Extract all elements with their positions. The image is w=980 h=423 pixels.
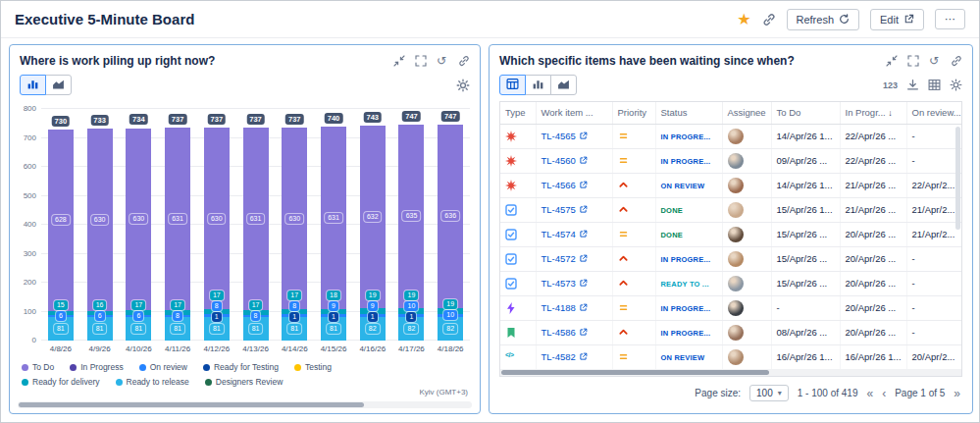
abacus-grid-icon[interactable]	[928, 79, 941, 91]
download-icon[interactable]	[906, 79, 919, 91]
refresh-button[interactable]: Refresh	[787, 9, 860, 30]
bar-group[interactable]: 8118176307374/14/26	[275, 109, 314, 341]
table-horizontal-scrollbar[interactable]	[500, 369, 961, 376]
panel-link-icon[interactable]	[458, 55, 470, 67]
bar-group[interactable]: 816166307334/9/26	[80, 109, 120, 341]
table-vertical-scrollbar[interactable]	[955, 127, 960, 230]
table-view-toggle[interactable]	[499, 75, 526, 95]
bar-group[interactable]: 816156287304/8/26	[41, 109, 80, 341]
collapse-icon[interactable]	[393, 55, 405, 67]
table-row[interactable]: TL-4188IN PROGRE...-20/Apr/26 ...-	[500, 295, 962, 320]
bar-value-label: 82	[405, 324, 419, 334]
numeric-format-toggle[interactable]: 123	[883, 80, 898, 90]
work-item-link[interactable]: TL-4188	[542, 302, 588, 313]
y-axis-tick-label: 400	[24, 220, 36, 229]
work-item-link[interactable]: TL-4575	[542, 204, 588, 215]
reset-icon[interactable]: ↺	[437, 55, 448, 67]
reset-icon[interactable]: ↺	[929, 55, 941, 67]
page-size-select[interactable]: 100 ▾	[749, 385, 789, 401]
work-item-link[interactable]: TL-4573	[542, 278, 588, 289]
area-chart-view-toggle[interactable]	[550, 75, 577, 95]
bar-value-label: 17	[287, 291, 301, 300]
bar-group[interactable]: 82110196357474/17/26	[392, 109, 432, 341]
table-row[interactable]: TL-4574DONE15/Apr/26 ...20/Apr/26 ...21/…	[500, 222, 962, 246]
x-axis-label: 4/8/26	[50, 344, 72, 353]
table-row[interactable]: </>TL-4582ON REVIEW16/Apr/26 1...16/Apr/…	[500, 344, 962, 369]
edit-button[interactable]: Edit	[870, 9, 924, 30]
column-header[interactable]: Assignee	[722, 102, 771, 124]
area-chart-toggle[interactable]	[45, 75, 72, 95]
scrollbar-thumb[interactable]	[501, 370, 769, 375]
page-title: Executive 5-Minute Board	[15, 11, 194, 27]
prev-page-button[interactable]: ‹	[882, 388, 886, 399]
legend-item[interactable]: Ready for delivery	[22, 377, 100, 387]
table-row[interactable]: TL-4565IN PROGRE...14/Apr/26 1...22/Apr/…	[500, 124, 962, 148]
table-settings-gear-icon[interactable]	[950, 79, 962, 91]
bar-group[interactable]: 8118176307374/12/26	[197, 109, 236, 341]
on-review-date-cell: -	[906, 148, 962, 173]
work-item-link[interactable]: TL-4582	[542, 351, 588, 362]
bar-chart-view-toggle[interactable]	[525, 75, 551, 95]
legend-item[interactable]: Ready to release	[116, 377, 189, 387]
more-button[interactable]: ⋯	[935, 9, 965, 29]
column-header[interactable]: To Do	[771, 102, 840, 124]
table-row[interactable]: TL-4573READY TO ...15/Apr/26 ...20/Apr/2…	[500, 271, 962, 295]
favorite-star-icon[interactable]: ★	[737, 12, 750, 27]
work-item-link[interactable]: TL-4572	[542, 253, 588, 264]
column-header[interactable]: Priority	[612, 102, 655, 124]
bar-chart-toggle[interactable]	[20, 75, 46, 95]
table-row[interactable]: TL-4575DONE15/Apr/26 1...21/Apr/26 ...21…	[500, 197, 962, 222]
table-row[interactable]: TL-4566ON REVIEW14/Apr/26 1...21/Apr/26 …	[500, 173, 962, 197]
last-page-button[interactable]: »	[954, 388, 960, 399]
column-header[interactable]: Status	[655, 102, 722, 124]
table-row[interactable]: TL-4572IN PROGRE...15/Apr/26 ...20/Apr/2…	[500, 246, 962, 271]
legend-label: Testing	[305, 362, 332, 372]
legend-row: To DoIn ProgressOn reviewReady for Testi…	[22, 362, 468, 372]
y-axis-tick-label: 500	[24, 191, 36, 200]
collapse-icon[interactable]	[886, 55, 898, 67]
legend-item[interactable]: On review	[139, 362, 187, 372]
bug-icon	[505, 180, 517, 191]
bar-group[interactable]: 818176317374/13/26	[236, 109, 276, 341]
legend-item[interactable]: To Do	[22, 362, 54, 372]
column-header[interactable]: Work item ...	[536, 102, 612, 124]
sort-desc-icon[interactable]: ↓	[886, 108, 893, 118]
legend-item[interactable]: Ready for Testing	[203, 362, 279, 372]
chart-horizontal-scrollbar[interactable]	[18, 401, 472, 408]
work-item-link[interactable]: TL-4577	[542, 376, 588, 377]
bar-group[interactable]: 8219196327434/16/26	[353, 109, 392, 341]
legend-item[interactable]: Testing	[294, 362, 332, 372]
legend-item[interactable]: Designers Review	[205, 377, 284, 387]
bar-group[interactable]: 818176317374/11/26	[158, 109, 197, 341]
x-axis-label: 4/12/26	[203, 344, 230, 353]
table-row[interactable]: TL-4560IN PROGRE...09/Apr/26 ...22/Apr/2…	[500, 148, 962, 173]
bar-group[interactable]: 8210196367474/18/26	[431, 109, 470, 341]
legend-item[interactable]: In Progress	[70, 362, 123, 372]
work-item-link[interactable]: TL-4566	[542, 180, 588, 190]
share-link-icon[interactable]	[762, 13, 776, 26]
work-item-link[interactable]: TL-4560	[542, 155, 588, 166]
fullscreen-icon[interactable]	[415, 55, 427, 67]
bar-group[interactable]: 816176307344/10/26	[119, 109, 158, 341]
bar-total-label: 743	[363, 112, 382, 123]
column-header[interactable]: Type	[500, 102, 536, 124]
chart-settings-gear-icon[interactable]	[456, 79, 470, 92]
column-header[interactable]: In Progr... ↓	[840, 102, 906, 124]
bar-total-label: 747	[402, 111, 421, 122]
work-item-link[interactable]: TL-4574	[542, 229, 588, 239]
work-item-link[interactable]: TL-4565	[542, 131, 588, 141]
timezone-label: Kyiv (GMT+3)	[419, 388, 468, 397]
table-row[interactable]: TL-4586IN PROGRE...08/Apr/26 ...20/Apr/2…	[500, 320, 962, 344]
panel-link-icon[interactable]	[951, 55, 962, 67]
bar-group[interactable]: 8119186317404/15/26	[314, 109, 353, 341]
bar-value-label: 630	[129, 214, 147, 224]
to-do-date-cell: 14/Apr/26 1...	[771, 173, 840, 197]
first-page-button[interactable]: «	[866, 388, 873, 399]
scrollbar-thumb[interactable]	[19, 402, 364, 407]
work-item-link[interactable]: TL-4586	[542, 327, 588, 338]
fullscreen-icon[interactable]	[907, 55, 919, 67]
column-header[interactable]: On review...	[906, 102, 962, 124]
avatar	[728, 276, 744, 291]
x-axis-label: 4/16/26	[359, 344, 386, 353]
in-progress-date-cell: 20/Apr/26 ...	[840, 320, 906, 344]
